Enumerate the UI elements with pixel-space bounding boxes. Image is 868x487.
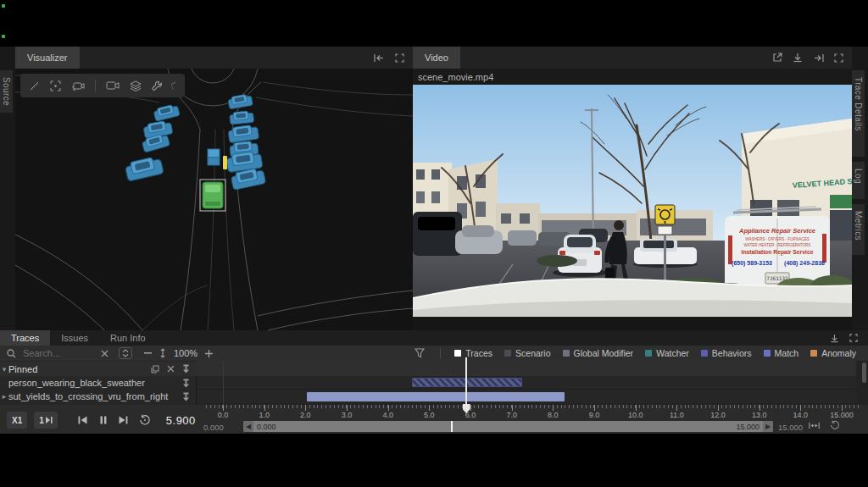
replay-icon[interactable] — [137, 414, 153, 426]
range-playhead-tick — [451, 421, 453, 432]
ruler-tick-label: 13.0 — [752, 411, 767, 419]
video-viewport[interactable]: VELVET HEAD SPA — [413, 85, 852, 317]
legend-item[interactable]: Global Modifier — [563, 348, 634, 358]
ruler-tick-label: 7.0 — [506, 411, 517, 419]
range-min-label: 0.000 — [203, 423, 224, 432]
dock-left-icon[interactable] — [374, 53, 385, 63]
open-external-icon[interactable] — [772, 53, 782, 63]
track-name[interactable]: sut_yields_to_crossing_vru_from_right — [8, 391, 182, 401]
pin-icon[interactable] — [182, 379, 190, 388]
range-end-arrow[interactable]: ▶ — [763, 421, 773, 432]
legend: TracesScenarioGlobal ModifierWatcherBeha… — [415, 348, 868, 358]
filter-funnel-icon[interactable] — [415, 348, 425, 358]
ruler-tick-label: 14.0 — [793, 411, 809, 419]
legend-swatch — [454, 350, 461, 357]
range-start-value: 0.000 — [257, 423, 276, 431]
pin-all-icon[interactable] — [182, 364, 190, 374]
legend-item[interactable]: Scenario — [504, 348, 550, 358]
tab-run-info[interactable]: Run Info — [99, 330, 157, 346]
van-phone1: (650) 589-3153 — [732, 260, 772, 267]
focus-target-icon[interactable] — [50, 80, 61, 91]
track-name[interactable]: person_wearing_black_sweather — [8, 378, 182, 388]
camera-icon[interactable] — [106, 80, 120, 91]
fullscreen-icon[interactable] — [834, 53, 843, 63]
legend-item[interactable]: Behaviors — [701, 348, 752, 358]
recording-indicator-dot — [2, 4, 5, 8]
legend-label: Watcher — [656, 348, 689, 358]
duplicate-icon[interactable] — [151, 364, 159, 374]
skip-start-icon[interactable] — [76, 416, 90, 424]
pin-icon[interactable] — [182, 392, 190, 401]
ruler-major-ticks — [223, 405, 854, 411]
left-sidebar: Source — [0, 47, 15, 330]
range-scrollbar-row: 0.000 ◀ 0.000 15.000 ▶ 15.000 — [197, 420, 868, 434]
3d-scene — [15, 69, 413, 330]
legend-label: Anomaly — [821, 348, 856, 358]
legend-swatch — [504, 350, 511, 357]
collapse-caret-icon[interactable]: ▾ — [0, 365, 8, 374]
visualizer-viewport[interactable]: D — [15, 69, 413, 330]
video-filename: scene_movie.mp4 — [413, 69, 852, 85]
tab-trace-details[interactable]: Trace Details — [852, 70, 865, 157]
fit-range-icon[interactable] — [809, 422, 820, 429]
timeline-origin-gridline — [223, 361, 224, 405]
right-sidebar: Trace Details Log Metrics — [852, 47, 868, 330]
fullscreen-icon[interactable] — [395, 53, 404, 63]
ruler-tick-label: 12.0 — [710, 411, 726, 419]
fit-vertical-icon[interactable] — [159, 348, 166, 358]
zoom-out-icon[interactable] — [144, 352, 152, 354]
pause-icon[interactable] — [97, 416, 110, 424]
collapse-all-icon[interactable] — [167, 364, 175, 374]
speed-button[interactable]: X1 — [7, 412, 27, 429]
measure-icon[interactable] — [29, 80, 40, 91]
legend-item[interactable]: Match — [764, 348, 799, 358]
van-text-line1: Appliance Repair Service — [738, 227, 815, 235]
app-window: Source Visualizer — [0, 0, 868, 487]
expand-collapse-rows-button[interactable] — [119, 347, 132, 359]
fullscreen-icon[interactable] — [849, 334, 858, 342]
legend-swatch — [645, 350, 652, 357]
legend-label: Behaviors — [712, 348, 752, 358]
range-max-label: 15.000 — [778, 423, 803, 432]
van-text-line3: WATER HEATER - REFRIGERATORS — [744, 243, 811, 247]
legend-label: Match — [775, 348, 799, 358]
tab-metrics[interactable]: Metrics — [852, 204, 865, 255]
ruler-tick-label: 0.0 — [218, 411, 229, 419]
legend-item[interactable]: Traces — [454, 348, 492, 358]
reset-range-icon[interactable] — [830, 420, 840, 430]
ego-vehicle[interactable] — [200, 180, 225, 211]
expand-caret-icon[interactable]: ▸ — [0, 392, 8, 401]
tab-issues[interactable]: Issues — [50, 330, 99, 346]
traces-panel: Traces Issues Run Info — [0, 330, 868, 434]
playhead-line[interactable] — [465, 357, 467, 405]
ruler-tick-label: 2.0 — [300, 411, 311, 419]
timeline-bar-sut-yields[interactable] — [307, 392, 565, 401]
legend-swatch — [810, 350, 817, 357]
search-input[interactable] — [21, 347, 96, 359]
tab-traces[interactable]: Traces — [0, 330, 50, 346]
settings-wrench-icon[interactable] — [152, 80, 163, 91]
range-scrollbar[interactable]: ◀ 0.000 15.000 ▶ — [243, 421, 773, 432]
recording-indicator-dot — [2, 35, 5, 38]
legend-label: Traces — [465, 348, 492, 358]
dock-right-icon[interactable] — [813, 53, 824, 63]
legend-item[interactable]: Anomaly — [810, 348, 856, 358]
frame-step-button[interactable]: 1 — [34, 412, 58, 429]
ruler-tick-label: 1.0 — [259, 411, 270, 419]
clear-search-icon[interactable] — [101, 350, 108, 357]
van-text-line4: Installation Repair Service — [742, 249, 814, 256]
tab-log[interactable]: Log — [852, 162, 865, 199]
zoom-in-icon[interactable] — [205, 350, 213, 357]
layers-icon[interactable] — [130, 80, 142, 91]
camera-follow-icon[interactable] — [71, 80, 85, 91]
download-icon[interactable] — [793, 53, 803, 63]
legend-label: Scenario — [515, 348, 550, 358]
legend-item[interactable]: Watcher — [645, 348, 689, 358]
skip-end-icon[interactable] — [117, 416, 131, 424]
range-start-arrow[interactable]: ◀ — [243, 421, 253, 432]
download-icon[interactable] — [830, 334, 839, 343]
tab-source[interactable]: Source — [0, 70, 13, 113]
tab-video[interactable]: Video — [413, 47, 460, 69]
tracks-vertical-scrollbar[interactable] — [862, 362, 866, 383]
tab-visualizer[interactable]: Visualizer — [15, 47, 80, 69]
